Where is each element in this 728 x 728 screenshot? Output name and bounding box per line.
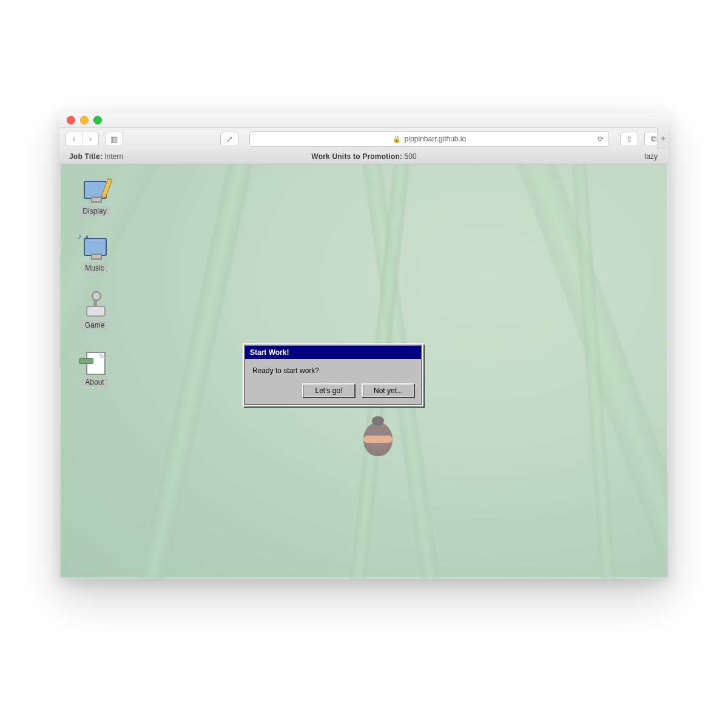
desktop-icon-label: About	[81, 377, 107, 387]
start-work-dialog: Start Work! Ready to start work? Let's g…	[243, 343, 423, 406]
desktop-icon-label: Music	[81, 263, 107, 273]
chevron-left-icon: ‹	[73, 135, 75, 143]
desktop-icon-label: Game	[81, 320, 109, 330]
safari-window: ‹ › ▥ ⤢ 🔒 pippinbarr.github.io ⟳ ⇪ ⧉ +	[59, 113, 669, 579]
joystick-icon	[83, 294, 107, 318]
music-monitor-icon	[83, 237, 107, 261]
titlebar	[59, 113, 669, 128]
zoom-window-icon[interactable]	[93, 116, 102, 124]
page-viewport: Job Title: Intern Work Units to Promotio…	[59, 149, 669, 579]
forward-button[interactable]: ›	[82, 132, 98, 146]
address-bar-wrap: 🔒 pippinbarr.github.io ⟳	[244, 131, 614, 147]
browser-toolbar: ‹ › ▥ ⤢ 🔒 pippinbarr.github.io ⟳ ⇪ ⧉	[59, 128, 669, 150]
new-tab-button[interactable]: +	[657, 127, 669, 149]
reader-button[interactable]: ⤢	[220, 132, 238, 146]
desktop-icon-display[interactable]: Display	[75, 180, 114, 216]
back-button[interactable]: ‹	[66, 132, 82, 146]
job-title-value: Intern	[104, 152, 123, 161]
address-bar[interactable]: 🔒 pippinbarr.github.io ⟳	[249, 131, 609, 147]
job-title-label: Job Title:	[69, 152, 103, 161]
desktop-icons: Display Music Game About	[70, 180, 119, 387]
lets-go-button[interactable]: Let's go!	[302, 383, 356, 398]
chevron-right-icon: ›	[89, 135, 92, 143]
sidebar-button[interactable]: ▥	[105, 132, 123, 146]
share-button[interactable]: ⇪	[620, 132, 638, 146]
tabs-icon: ⧉	[651, 134, 656, 144]
dialog-title: Start Work!	[245, 346, 421, 359]
status-right-text: lazy	[645, 152, 669, 161]
desktop-icon-about[interactable]: About	[75, 351, 114, 387]
monitor-icon	[83, 180, 107, 204]
desktop-icon-music[interactable]: Music	[75, 237, 114, 273]
work-units-value: 500	[405, 152, 417, 161]
desktop-icon-game[interactable]: Game	[75, 294, 114, 330]
not-yet-button[interactable]: Not yet...	[362, 383, 415, 398]
document-icon	[83, 351, 107, 375]
plus-icon: +	[661, 133, 666, 143]
sidebar-icon: ▥	[110, 135, 118, 144]
share-icon: ⇪	[626, 135, 633, 144]
dialog-buttons: Let's go! Not yet...	[245, 381, 421, 404]
minimize-window-icon[interactable]	[80, 116, 89, 124]
address-text: pippinbarr.github.io	[405, 135, 466, 143]
desktop-icon-label: Display	[79, 206, 110, 216]
lock-icon: 🔒	[393, 135, 401, 143]
reader-icon: ⤢	[226, 135, 233, 144]
close-window-icon[interactable]	[67, 116, 75, 124]
dialog-message: Ready to start work?	[245, 359, 421, 381]
nav-back-forward: ‹ ›	[66, 132, 99, 146]
game-status-bar: Job Title: Intern Work Units to Promotio…	[59, 149, 669, 164]
job-title: Job Title: Intern	[59, 152, 123, 161]
reload-icon[interactable]: ⟳	[598, 135, 604, 143]
work-units-label: Work Units to Promotion:	[311, 152, 402, 161]
work-units: Work Units to Promotion: 500	[59, 152, 669, 161]
